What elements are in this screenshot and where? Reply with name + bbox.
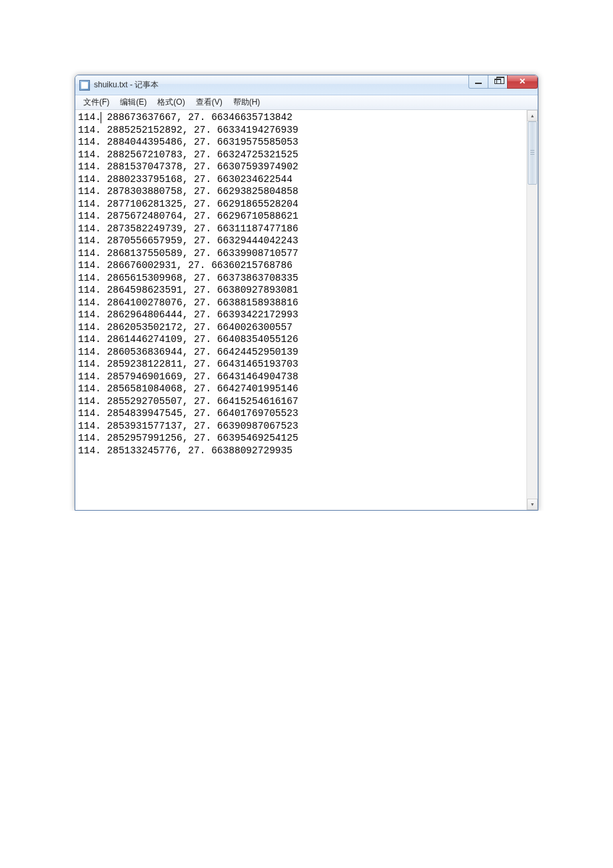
- window-controls: ✕: [469, 75, 538, 89]
- minimize-button[interactable]: [468, 75, 488, 89]
- scroll-up-button[interactable]: ▴: [527, 110, 538, 121]
- titlebar[interactable]: shuiku.txt - 记事本 ✕: [75, 75, 538, 95]
- vertical-scrollbar[interactable]: ▴ ▾: [526, 110, 538, 510]
- menu-help[interactable]: 帮助(H): [228, 95, 266, 109]
- text-editor[interactable]: 114. 288673637667, 27. 66346635713842 11…: [75, 110, 526, 510]
- menu-format[interactable]: 格式(O): [152, 95, 190, 109]
- content-area: 114. 288673637667, 27. 66346635713842 11…: [75, 110, 538, 510]
- maximize-button[interactable]: [488, 75, 508, 89]
- minimize-icon: [475, 83, 482, 84]
- restore-icon: [494, 79, 501, 84]
- menu-view[interactable]: 查看(V): [191, 95, 228, 109]
- window-title: shuiku.txt - 记事本: [94, 79, 469, 91]
- notepad-window: shuiku.txt - 记事本 ✕ 文件(F) 编辑(E) 格式(O) 查看(…: [75, 75, 538, 511]
- scroll-thumb[interactable]: [528, 121, 537, 185]
- notepad-icon: [79, 80, 90, 91]
- text-cursor: [101, 112, 101, 123]
- close-icon: ✕: [519, 77, 526, 86]
- menu-edit[interactable]: 编辑(E): [115, 95, 152, 109]
- scroll-down-button[interactable]: ▾: [527, 499, 538, 510]
- scroll-track[interactable]: [527, 121, 538, 499]
- menu-file[interactable]: 文件(F): [78, 95, 115, 109]
- close-button[interactable]: ✕: [507, 75, 538, 89]
- menubar: 文件(F) 编辑(E) 格式(O) 查看(V) 帮助(H): [75, 95, 538, 110]
